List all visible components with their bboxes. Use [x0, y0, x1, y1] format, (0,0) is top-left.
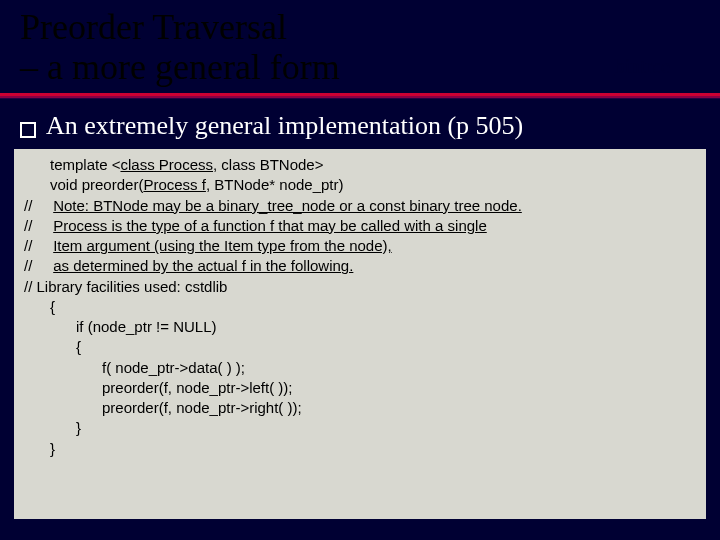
code-line: // Item argument (using the Item type fr… [24, 236, 696, 256]
code-line: void preorder(Process f, BTNode* node_pt… [24, 175, 696, 195]
title-area: Preorder Traversal – a more general form [0, 0, 720, 87]
slide-title-line1: Preorder Traversal [20, 8, 700, 48]
code-line: } [24, 418, 696, 438]
code-line: if (node_ptr != NULL) [24, 317, 696, 337]
code-line: // Process is the type of a function f t… [24, 216, 696, 236]
code-line: f( node_ptr->data( ) ); [24, 358, 696, 378]
code-line: { [24, 297, 696, 317]
bullet-row: An extremely general implementation (p 5… [0, 99, 720, 147]
code-line: preorder(f, node_ptr->right( )); [24, 398, 696, 418]
code-line: // Library facilities used: cstdlib [24, 277, 696, 297]
code-line: // Note: BTNode may be a binary_tree_nod… [24, 196, 696, 216]
square-bullet-icon [20, 122, 36, 138]
code-line: } [24, 439, 696, 459]
bintree-link[interactable]: bintree [614, 55, 670, 78]
code-box: template <class Process, class BTNode> v… [14, 149, 706, 519]
code-line: preorder(f, node_ptr->left( )); [24, 378, 696, 398]
code-line: template <class Process, class BTNode> [24, 155, 696, 175]
bullet-text: An extremely general implementation (p 5… [46, 111, 523, 141]
code-line: { [24, 337, 696, 357]
slide-title-line2: – a more general form [20, 48, 700, 88]
code-line: // as determined by the actual f in the … [24, 256, 696, 276]
